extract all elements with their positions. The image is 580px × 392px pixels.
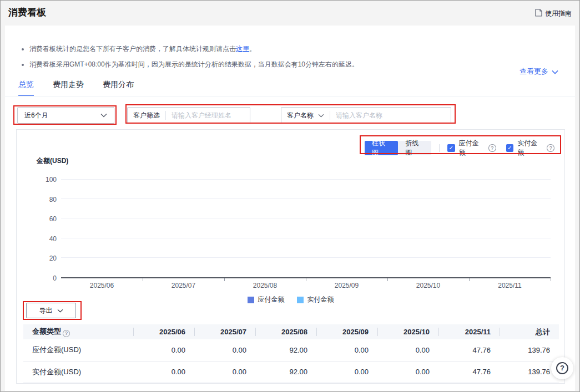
chart-legend: 应付金额实付金额 (17, 295, 564, 304)
table-header-cell: 2025/08 (255, 324, 316, 339)
question-mark-icon: ? (556, 362, 568, 374)
legend-label: 应付金额 (258, 295, 285, 304)
tab-cost-distribution[interactable]: 费用分布 (103, 80, 134, 96)
x-tick-mark (551, 278, 551, 281)
view-more-link[interactable]: 查看更多 (520, 67, 558, 77)
x-axis-labels: 2025/062025/072025/082025/092025/102025/… (61, 282, 551, 291)
value-cell: 47.76 (438, 361, 500, 383)
tab-bar: 总览 费用走势 费用分布 (18, 80, 134, 96)
x-axis-label: 2025/11 (498, 282, 522, 289)
payable-amount-checkbox-item: ✓ 应付金额 ? (447, 139, 496, 157)
chevron-down-icon (318, 114, 324, 118)
gridline (61, 257, 551, 258)
value-cell: 139.76 (500, 361, 559, 383)
x-axis-label: 2025/10 (416, 282, 440, 289)
gridline (61, 238, 551, 238)
value-cell: 0.00 (194, 339, 255, 361)
row-label-cell: 应付金额(USD) (23, 339, 133, 361)
paid-checkbox[interactable]: ✓ (506, 144, 514, 152)
document-icon (535, 9, 542, 18)
value-cell: 0.00 (316, 361, 377, 383)
bullet-dot (22, 64, 24, 66)
y-axis-ticks: 020406080100 (30, 180, 57, 278)
export-button[interactable]: 导出 (26, 303, 76, 318)
x-tick-mark (306, 278, 306, 281)
table-header-cell: 总计 (500, 324, 559, 339)
x-tick-mark (224, 278, 225, 281)
bar-chart-plot (61, 180, 551, 278)
table-body: 应付金额(USD)0.000.0092.000.000.0047.76139.7… (23, 339, 559, 383)
value-cell: 0.00 (377, 339, 438, 361)
chart-controls: 柱状图 折线图 ✓ 应付金额 ? ✓ 实付金额 ? (365, 139, 564, 157)
y-tick-label: 100 (46, 176, 57, 184)
chevron-down-icon (57, 309, 63, 313)
payable-help-icon[interactable]: ? (488, 144, 496, 152)
chevron-down-icon (100, 111, 107, 119)
controls-separator (439, 144, 440, 152)
y-tick-label: 0 (53, 274, 57, 282)
legend-label: 实付金额 (307, 295, 334, 304)
row-label-cell: 实付金额(USD) (23, 361, 133, 383)
x-axis-label: 2025/06 (90, 282, 114, 289)
table-header-cell: 2025/09 (316, 324, 377, 339)
value-cell: 47.76 (438, 339, 500, 361)
table-row: 应付金额(USD)0.000.0092.000.000.0047.76139.7… (23, 339, 559, 361)
customer-name-input[interactable] (330, 111, 451, 119)
table-row: 实付金额(USD)0.000.0092.000.000.0047.76139.7… (23, 361, 559, 383)
y-axis-title: 金额(USD) (37, 156, 68, 166)
x-axis-label: 2025/08 (253, 282, 277, 289)
value-cell: 0.00 (133, 339, 194, 361)
tab-cost-trend[interactable]: 费用走势 (53, 80, 84, 96)
chart-type-toggle: 柱状图 折线图 (365, 141, 431, 155)
bullet-dot (22, 48, 24, 50)
period-select-value: 近6个月 (24, 111, 48, 120)
usage-guide-link[interactable]: 使用指南 (535, 9, 572, 18)
period-select[interactable]: 近6个月 (17, 107, 114, 124)
customer-field-select[interactable]: 客户名称 (281, 111, 330, 120)
gridline (61, 218, 551, 218)
x-axis-label: 2025/09 (335, 282, 359, 289)
payable-checkbox-label: 应付金额 (459, 139, 485, 157)
gridline (61, 198, 551, 199)
here-link[interactable]: 这里 (236, 45, 249, 53)
y-tick-label: 80 (49, 196, 57, 203)
table-header-cell: 2025/07 (194, 324, 255, 339)
table-header-cell: 金额类型? (23, 324, 133, 339)
legend-swatch (248, 297, 254, 303)
paid-help-icon[interactable]: ? (547, 144, 554, 152)
notice-2-text: 消费看板采用GMT+08:00作为基准时间，因为展示的是统计分析的结果数据，当月… (29, 60, 359, 69)
gridline (61, 179, 551, 180)
notice-2: 消费看板采用GMT+08:00作为基准时间，因为展示的是统计分析的结果数据，当月… (22, 60, 359, 69)
payable-checkbox[interactable]: ✓ (447, 144, 455, 152)
value-cell: 0.00 (316, 339, 377, 361)
chart-panel: 柱状图 折线图 ✓ 应付金额 ? ✓ 实付金额 ? 金额(USD) 020406… (16, 129, 565, 384)
manager-filter-group: 客户筛选 (127, 107, 250, 124)
line-chart-toggle[interactable]: 折线图 (398, 141, 431, 155)
tab-overview[interactable]: 总览 (18, 80, 34, 96)
x-axis-label: 2025/07 (172, 282, 195, 289)
floating-help-button[interactable]: ? (551, 357, 573, 379)
page-title: 消费看板 (8, 6, 46, 19)
manager-filter-label: 客户筛选 (128, 111, 165, 120)
table-header-row: 金额类型?2025/062025/072025/082025/092025/10… (23, 324, 559, 339)
x-tick-mark (469, 278, 470, 281)
y-tick-label: 60 (49, 215, 57, 223)
x-tick-mark (143, 278, 143, 281)
x-tick-mark (387, 278, 388, 281)
amount-table: 金额类型?2025/062025/072025/082025/092025/10… (23, 324, 559, 383)
bar-chart-toggle[interactable]: 柱状图 (365, 141, 398, 155)
tabs-divider (5, 96, 575, 96)
customer-filter-group: 客户名称 (281, 107, 451, 124)
value-cell: 0.00 (133, 361, 194, 383)
y-tick-label: 40 (49, 235, 57, 243)
notice-1-text: 消费看板统计的是您名下所有子客户的消费，了解具体统计规则请点击这里。 (29, 44, 256, 54)
paid-checkbox-label: 实付金额 (517, 139, 543, 157)
legend-item: 实付金额 (297, 295, 334, 304)
main-card: 消费看板统计的是您名下所有子客户的消费，了解具体统计规则请点击这里。 消费看板采… (5, 26, 575, 391)
table-header-cell: 2025/06 (133, 324, 194, 339)
manager-name-input[interactable] (166, 111, 250, 119)
chevron-down-icon (552, 68, 558, 76)
amount-type-help-icon[interactable]: ? (63, 330, 70, 337)
notice-1: 消费看板统计的是您名下所有子客户的消费，了解具体统计规则请点击这里。 (22, 44, 256, 54)
usage-guide-label: 使用指南 (545, 9, 572, 18)
